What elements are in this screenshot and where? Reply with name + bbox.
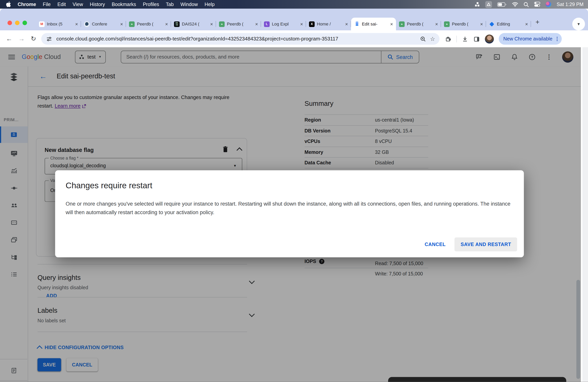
tune-icon[interactable] [46,35,53,42]
restart-dialog: Changes require restart One or more chan… [55,170,524,257]
screen: Chrome File Edit View History Bookmarks … [0,0,588,382]
peerdb-icon: » [219,21,225,27]
dock-bar [388,377,566,382]
tab-close-icon[interactable]: × [75,21,78,27]
peerdb-icon: » [399,21,405,27]
bookmark-star-icon[interactable]: ☆ [430,35,435,42]
macos-menubar: Chrome File Edit View History Bookmarks … [0,0,588,9]
window-manager-icon[interactable] [475,1,480,7]
tab-close-icon[interactable]: × [165,21,168,27]
browser-toolbar: ← → ↻ console.cloud.google.com/sql/insta… [0,30,588,47]
minimize-window-button[interactable] [15,21,20,25]
menubar-item-edit[interactable]: Edit [57,1,66,7]
wifi-icon[interactable] [512,2,518,7]
tab-close-icon[interactable]: × [345,21,348,27]
scrollbar-gap [581,47,582,382]
tab-peerdb-2[interactable]: » Peerdb (× [216,18,261,31]
side-panel-icon[interactable] [473,35,480,42]
tab-strip: M Inbox (5× Confere× » Peerdb (× DAIS DA… [0,9,588,30]
dialog-cancel-button[interactable]: CANCEL [420,238,451,251]
tab-peerdb-3[interactable]: » Peerdb (× [396,18,441,31]
menubar-item-history[interactable]: History [90,1,105,7]
apple-menu-icon[interactable] [6,1,11,7]
browser-menu-icon[interactable]: ⋮ [555,36,559,42]
zoom-icon[interactable] [420,35,426,42]
url-text[interactable]: console.cloud.google.com/sql/instances/s… [56,36,416,42]
x-icon: X [309,21,315,27]
extensions-icon[interactable] [445,35,452,42]
app-triangle-icon[interactable] [485,1,492,8]
dais-icon: DAIS [174,21,180,27]
menubar-item-help[interactable]: Help [205,1,215,7]
new-tab-button[interactable]: + [536,18,539,26]
tab-conference[interactable]: Confere× [81,18,126,31]
tab-peerdb-1[interactable]: » Peerdb (× [126,18,171,31]
tab-x-home[interactable]: X Home /× [306,18,351,31]
tab-close-icon[interactable]: × [435,21,438,27]
dialog-save-and-restart-button[interactable]: SAVE AND RESTART [455,237,517,251]
tab-close-icon[interactable]: × [480,21,483,27]
menubar-item-view[interactable]: View [73,1,83,7]
dialog-title: Changes require restart [65,181,513,191]
editing-doc-icon [489,21,495,27]
tab-inbox[interactable]: M Inbox (5× [36,18,81,31]
spotlight-icon[interactable] [524,2,529,7]
forward-icon[interactable]: → [18,35,25,42]
gmail-icon: M [39,21,45,27]
menubar-item-file[interactable]: File [43,1,51,7]
tab-close-icon[interactable]: × [300,21,303,27]
window-controls [8,21,27,25]
menubar-clock[interactable]: Sat 1:29 PM [557,1,584,7]
close-window-button[interactable] [8,21,12,25]
menubar-item-tab[interactable]: Tab [166,1,174,7]
tab-edit-sai-active[interactable]: Edit sai-× [351,18,396,31]
cloudsql-icon [354,21,360,27]
menubar-item-window[interactable]: Window [180,1,198,7]
battery-icon [497,2,507,7]
peerdb-icon: » [444,21,450,27]
browser-scrollbar-track[interactable] [582,47,588,382]
new-chrome-button[interactable]: New Chrome available ⋮ [499,33,562,45]
tab-close-icon[interactable]: × [210,21,213,27]
siri-icon[interactable] [546,1,551,7]
reload-icon[interactable]: ↻ [31,35,36,42]
postgres-icon [84,21,90,27]
address-bar[interactable]: console.cloud.google.com/sql/instances/s… [42,33,440,45]
tab-close-icon[interactable]: × [120,21,123,27]
tab-close-icon[interactable]: × [525,21,528,27]
maximize-window-button[interactable] [22,21,27,25]
tab-close-icon[interactable]: × [255,21,258,27]
tab-peerdb-4[interactable]: » Peerdb (× [441,18,486,31]
menubar-item-profiles[interactable]: Profiles [143,1,159,7]
logs-icon: L [264,21,270,27]
back-icon[interactable]: ← [6,35,12,42]
menubar-item-bookmarks[interactable]: Bookmarks [112,1,136,7]
tab-log-explorer[interactable]: L Log Expl× [261,18,306,31]
page-scrollbar-thumb[interactable] [576,280,580,379]
download-icon[interactable] [462,35,469,42]
browser-profile-avatar[interactable] [485,34,494,43]
tab-search-chevron[interactable]: ▾ [572,18,585,31]
tab-close-icon[interactable]: × [390,21,393,27]
menubar-item-chrome[interactable]: Chrome [18,1,36,7]
toolbar-divider [457,35,457,42]
dialog-body: One or more changes you've selected will… [65,200,513,216]
control-center-icon[interactable] [534,1,541,7]
tab-editing[interactable]: Editing× [486,18,531,31]
peerdb-icon: » [129,21,135,27]
tab-dais24[interactable]: DAIS DAIS24 (× [171,18,216,31]
